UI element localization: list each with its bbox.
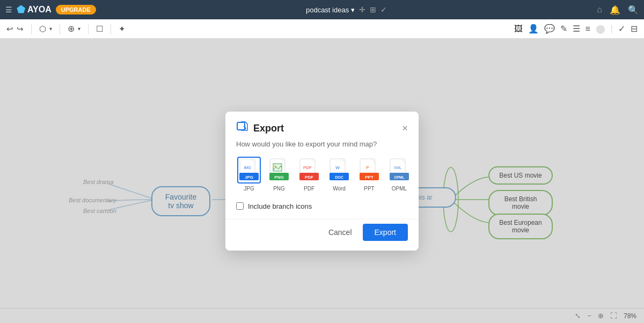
format-jpg-icon-box: JPG IMG bbox=[237, 157, 261, 183]
navbar-left: ☰ ⬟ AYOA UPGRADE bbox=[5, 4, 96, 16]
edit-icon[interactable]: ✎ bbox=[560, 24, 567, 34]
person-icon[interactable]: 👤 bbox=[528, 24, 539, 34]
format-word[interactable]: DOC W Word bbox=[326, 157, 352, 192]
format-ppt-label: PPT bbox=[364, 186, 374, 192]
svg-text:OPML: OPML bbox=[394, 175, 405, 179]
cancel-button[interactable]: Cancel bbox=[323, 225, 357, 240]
export-dialog-icon bbox=[236, 121, 248, 136]
undo-redo-group: ↩ ↪ bbox=[6, 24, 24, 34]
bell-icon[interactable]: 🔔 bbox=[610, 5, 620, 15]
svg-rect-9 bbox=[273, 164, 282, 171]
export-button[interactable]: Export bbox=[363, 224, 408, 241]
svg-text:PPT: PPT bbox=[365, 175, 374, 180]
format-png-icon-box: PNG bbox=[267, 157, 291, 183]
add-icon[interactable]: ⊕ bbox=[68, 24, 75, 34]
format-opml-icon-box: OPML XML bbox=[387, 157, 411, 183]
dialog-subtitle: How would you like to export your mind m… bbox=[225, 140, 419, 157]
dialog-close-button[interactable]: × bbox=[402, 123, 408, 134]
sep3 bbox=[88, 24, 89, 34]
divider-icon: | bbox=[611, 24, 613, 34]
logo: ⬟ AYOA bbox=[17, 4, 52, 16]
dialog-title: Export bbox=[253, 123, 397, 134]
dialog-formats: JPG IMG JPG PNG bbox=[225, 157, 419, 200]
filter-icon[interactable]: ⊟ bbox=[631, 24, 638, 34]
format-pdf-label: PDF bbox=[304, 186, 314, 192]
ppt-file-icon: PPT P bbox=[360, 158, 379, 182]
tool-group: ✦ bbox=[119, 24, 126, 34]
select-group: ☐ bbox=[96, 24, 103, 34]
logo-icon: ⬟ bbox=[17, 4, 25, 16]
pdf-file-icon: PDF PDF bbox=[299, 158, 319, 182]
format-pdf[interactable]: PDF PDF PDF bbox=[296, 157, 322, 192]
dialog-overlay: Export × How would you like to export yo… bbox=[0, 39, 644, 323]
svg-text:PNG: PNG bbox=[274, 175, 283, 180]
color-icon[interactable]: ⬤ bbox=[596, 24, 605, 34]
svg-text:P: P bbox=[366, 165, 369, 170]
dialog-actions: Cancel Export bbox=[225, 219, 419, 251]
opml-file-icon: OPML XML bbox=[390, 158, 409, 182]
navbar-center: podcast ideas ▾ ✛ ⊞ ✓ bbox=[100, 5, 593, 14]
svg-text:IMG: IMG bbox=[244, 166, 251, 170]
svg-rect-1 bbox=[237, 122, 245, 130]
svg-text:JPG: JPG bbox=[245, 175, 253, 180]
include-icons-label[interactable]: Include branch icons bbox=[248, 202, 312, 210]
layout-icon[interactable]: ⊞ bbox=[370, 5, 376, 14]
select-icon[interactable]: ☐ bbox=[96, 24, 103, 34]
navbar: ☰ ⬟ AYOA UPGRADE podcast ideas ▾ ✛ ⊞ ✓ ⌂… bbox=[0, 0, 644, 19]
shape-icon[interactable]: ⬡ bbox=[39, 24, 46, 34]
svg-text:W: W bbox=[335, 165, 340, 170]
dropdown-icon: ▾ bbox=[351, 6, 355, 14]
sep1 bbox=[31, 24, 32, 34]
home-icon[interactable]: ⌂ bbox=[597, 5, 602, 14]
format-word-icon-box: DOC W bbox=[327, 157, 351, 183]
png-file-icon: PNG bbox=[269, 158, 289, 182]
format-opml[interactable]: OPML XML OPML bbox=[386, 157, 412, 192]
word-file-icon: DOC W bbox=[330, 158, 349, 182]
project-title[interactable]: podcast ideas ▾ bbox=[306, 6, 355, 14]
format-pdf-icon-box: PDF PDF bbox=[297, 157, 321, 183]
format-png-label: PNG bbox=[273, 186, 285, 192]
search-icon[interactable]: 🔍 bbox=[628, 5, 639, 15]
shape-chevron[interactable]: ▾ bbox=[49, 26, 52, 32]
check-icon[interactable]: ✓ bbox=[380, 5, 387, 14]
format-ppt[interactable]: PPT P PPT bbox=[356, 157, 382, 192]
svg-text:PDF: PDF bbox=[305, 175, 313, 180]
navbar-right: ⌂ 🔔 🔍 bbox=[597, 5, 639, 15]
list-icon[interactable]: ☰ bbox=[573, 24, 580, 34]
canvas: Best drama Best documentary Best cartoon… bbox=[0, 39, 644, 323]
toolbar: ↩ ↪ ⬡ ▾ ⊕ ▾ ☐ ✦ 🖼 👤 💬 ✎ ☰ ≡ ⬤ | ✓ ⊟ bbox=[0, 19, 644, 39]
format-jpg[interactable]: JPG IMG JPG bbox=[236, 157, 262, 192]
svg-text:DOC: DOC bbox=[335, 175, 343, 179]
redo-icon[interactable]: ↪ bbox=[17, 24, 24, 34]
add-group: ⊕ ▾ bbox=[68, 24, 80, 34]
jpg-file-icon: JPG IMG bbox=[239, 158, 259, 182]
include-icons-option: Include branch icons bbox=[225, 200, 419, 219]
export-dialog: Export × How would you like to export yo… bbox=[225, 112, 419, 251]
undo-icon[interactable]: ↩ bbox=[6, 24, 13, 34]
format-opml-label: OPML bbox=[392, 186, 407, 192]
hamburger-icon[interactable]: ☰ bbox=[5, 5, 12, 14]
svg-text:XML: XML bbox=[394, 166, 402, 170]
format-ppt-icon-box: PPT P bbox=[357, 157, 381, 183]
sep4 bbox=[111, 24, 111, 34]
project-title-text: podcast ideas bbox=[306, 6, 349, 14]
upgrade-button[interactable]: UPGRADE bbox=[56, 5, 96, 14]
dialog-header: Export × bbox=[225, 112, 419, 140]
add-chevron[interactable]: ▾ bbox=[78, 26, 80, 32]
check2-icon[interactable]: ✓ bbox=[618, 24, 625, 34]
tool-icon[interactable]: ✦ bbox=[119, 24, 126, 34]
image-icon[interactable]: 🖼 bbox=[514, 24, 523, 34]
format-jpg-label: JPG bbox=[244, 186, 254, 192]
sep2 bbox=[60, 24, 60, 34]
toolbar-right: 🖼 👤 💬 ✎ ☰ ≡ ⬤ | ✓ ⊟ bbox=[514, 24, 638, 34]
include-icons-checkbox[interactable] bbox=[236, 202, 244, 210]
format-png[interactable]: PNG PNG bbox=[266, 157, 292, 192]
format-word-label: Word bbox=[333, 186, 346, 192]
svg-text:PDF: PDF bbox=[303, 165, 312, 170]
shape-group: ⬡ ▾ bbox=[39, 24, 52, 34]
crosshair-icon[interactable]: ✛ bbox=[359, 5, 365, 14]
logo-text: AYOA bbox=[27, 5, 52, 14]
lines-icon[interactable]: ≡ bbox=[586, 24, 590, 34]
comment-icon[interactable]: 💬 bbox=[544, 24, 555, 34]
